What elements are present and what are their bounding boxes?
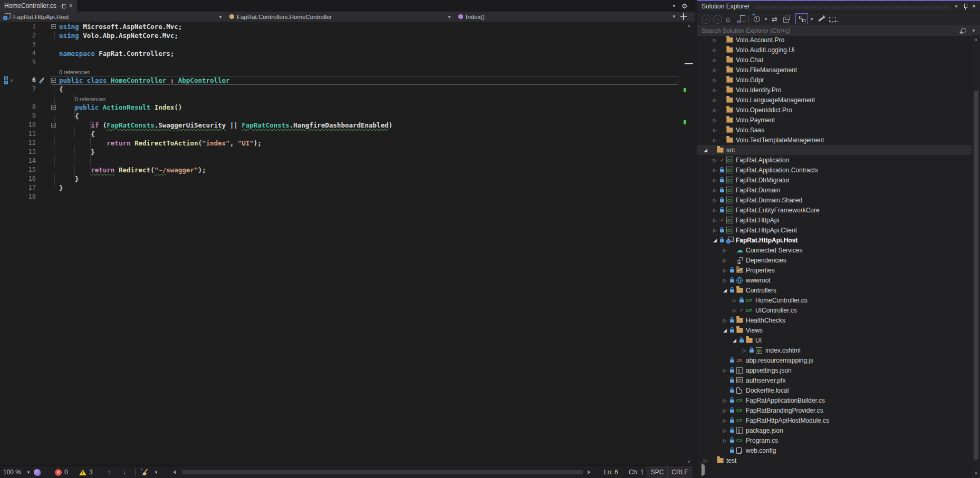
tree-item-properties[interactable]: ▷Properties	[697, 265, 972, 275]
chevron-down-icon[interactable]: ▼	[972, 28, 976, 33]
warning-indicator[interactable]: 3	[79, 466, 93, 478]
chevron-collapsed-icon[interactable]: ▷	[713, 208, 720, 213]
code-line-6[interactable]: 6IO↑−public class HomeController : AbpCo…	[0, 76, 683, 85]
code-line-3[interactable]: 3	[0, 40, 683, 49]
panel-vertical-scrollbar[interactable]: ▲ ▼	[972, 35, 980, 478]
collapse-region-icon[interactable]: −	[51, 123, 56, 128]
code-line-8[interactable]: 8− public ActionResult Index()	[0, 103, 683, 112]
chevron-expanded-icon[interactable]: ◢	[704, 148, 710, 153]
tree-item-connected-services[interactable]: ▷☁Connected Services	[697, 245, 972, 255]
drag-grip[interactable]	[754, 5, 950, 9]
inheritance-margin-icon[interactable]: IO↑	[4, 76, 20, 84]
collapse-region-icon[interactable]: −	[51, 105, 56, 110]
chevron-expanded-icon[interactable]: ◢	[733, 338, 739, 343]
chevron-collapsed-icon[interactable]: ▷	[723, 318, 730, 323]
gear-icon[interactable]: ⚙	[681, 3, 688, 9]
tree-item-faprat-entityframeworkcore[interactable]: ▷FapRat.EntityFrameworkCore	[697, 205, 972, 215]
hscroll-right-icon[interactable]	[588, 466, 591, 478]
code-line-17[interactable]: 17}	[0, 183, 683, 192]
pin-icon[interactable]	[963, 3, 968, 9]
chevron-collapsed-icon[interactable]: ▷	[713, 57, 720, 63]
scroll-up-icon[interactable]: ▲	[972, 37, 980, 42]
scroll-down-icon[interactable]: ▼	[683, 460, 695, 464]
home-button[interactable]: ⌂	[726, 14, 730, 24]
tree-item-volo-chat[interactable]: ▷Volo.Chat	[697, 55, 972, 65]
tree-item-volo-openiddict-pro[interactable]: ▷Volo.OpenIddict.Pro	[697, 105, 972, 115]
tree-item-volo-auditlogging-ui[interactable]: ▷Volo.AuditLogging.Ui	[697, 45, 972, 55]
tab-homecontroller[interactable]: HomeController.cs ×	[0, 0, 77, 12]
tree-item-authserver-pfx[interactable]: authserver.pfx	[697, 375, 972, 385]
chevron-down-icon[interactable]: ▼	[26, 466, 31, 478]
tree-item-abp-resourcemapping-js[interactable]: JSabp.resourcemapping.js	[697, 355, 972, 365]
chevron-expanded-icon[interactable]: ◢	[723, 288, 730, 293]
tree-item-volo-languagemanagement[interactable]: ▷Volo.LanguageManagement	[697, 95, 972, 105]
code-line-2[interactable]: 2using Volo.Abp.AspNetCore.Mvc;	[0, 31, 683, 40]
code-line-15[interactable]: 15 return Redirect("~/swagger");	[0, 165, 683, 174]
chevron-collapsed-icon[interactable]: ▷	[723, 368, 730, 373]
chevron-collapsed-icon[interactable]: ▷	[713, 218, 720, 223]
collapse-region-icon[interactable]: −	[51, 78, 56, 83]
chevron-collapsed-icon[interactable]: ▷	[713, 87, 720, 93]
editor-vertical-scrollbar[interactable]: ▲ ▼	[683, 22, 695, 465]
tree-item-wwwroot[interactable]: ▷wwwroot	[697, 275, 972, 285]
code-line-10[interactable]: 10− if (FapRatConsts.SwaggerUiSecurity |…	[0, 121, 683, 130]
chevron-collapsed-icon[interactable]: ▷	[713, 97, 720, 103]
close-icon[interactable]: ×	[972, 4, 976, 9]
chevron-down-icon[interactable]: ▼	[810, 14, 814, 24]
chevron-collapsed-icon[interactable]: ▷	[723, 398, 730, 403]
code-line-4[interactable]: 4namespace FapRat.Controllers;	[0, 49, 683, 58]
scroll-up-icon[interactable]: ▲	[683, 23, 695, 28]
code-line-7[interactable]: 7{	[0, 85, 683, 94]
breadcrumb-member[interactable]: Index()	[455, 12, 672, 22]
chevron-expanded-icon[interactable]: ◢	[713, 238, 720, 243]
chevron-collapsed-icon[interactable]: ▷	[713, 108, 720, 113]
tree-item-web-config[interactable]: web.config	[697, 445, 972, 455]
switch-views-button[interactable]	[737, 14, 745, 24]
hscroll-left-icon[interactable]	[173, 466, 176, 478]
code-line-13[interactable]: 13 }	[0, 148, 683, 157]
tree-item-dockerfile-local[interactable]: Dockerfile.local	[697, 385, 972, 395]
chevron-collapsed-icon[interactable]: ▷	[733, 308, 739, 313]
tree-item-volo-account-pro[interactable]: ▷Volo.Account.Pro	[697, 35, 972, 45]
tree-item-faprat-domain[interactable]: ▷FapRat.Domain	[697, 185, 972, 195]
code-line-5[interactable]: 5	[0, 58, 683, 67]
properties-button[interactable]	[818, 14, 825, 24]
chevron-down-icon[interactable]: ▼	[218, 15, 223, 19]
tree-item-volo-payment[interactable]: ▷Volo.Payment	[697, 115, 972, 125]
zoom-control[interactable]: 100 %	[3, 466, 21, 478]
chevron-collapsed-icon[interactable]: ▷	[713, 37, 720, 43]
code-line-16[interactable]: 16 }	[0, 174, 683, 183]
chevron-collapsed-icon[interactable]: ▷	[723, 278, 730, 283]
tree-item-faprat-httpapi[interactable]: ▷✓FapRat.HttpApi	[697, 215, 972, 225]
tree-item-ui[interactable]: ◢UI	[697, 335, 972, 345]
scroll-down-icon[interactable]: ▼	[972, 471, 980, 476]
tree-item-package-json[interactable]: ▷package.json	[697, 425, 972, 435]
code-editor[interactable]: 1−using Microsoft.AspNetCore.Mvc;2using …	[0, 22, 683, 465]
chevron-collapsed-icon[interactable]: ▷	[723, 268, 730, 273]
tree-item-volo-filemanagement[interactable]: ▷Volo.FileManagement	[697, 65, 972, 75]
tree-item-volo-texttemplatemanagement[interactable]: ▷Volo.TextTemplateManagement	[697, 135, 972, 145]
code-cleanup-broom-icon[interactable]: ✦	[141, 466, 149, 478]
tree-item-faprathttpapihostmodule-cs[interactable]: ▷C#FapRatHttpApiHostModule.cs	[697, 415, 972, 425]
tree-item-faprat-dbmigrator[interactable]: ▷FapRat.DbMigrator	[697, 175, 972, 185]
code-line-14[interactable]: 14	[0, 157, 683, 165]
tree-item-volo-identity-pro[interactable]: ▷Volo.Identity.Pro	[697, 85, 972, 95]
scroll-thumb[interactable]	[974, 91, 978, 460]
chevron-down-icon[interactable]: ▼	[447, 15, 451, 19]
tree-item-healthchecks[interactable]: ▷HealthChecks	[697, 315, 972, 325]
chevron-collapsed-icon[interactable]: ▷	[723, 428, 730, 433]
tree-item-index-cshtml[interactable]: ▷index.cshtml	[697, 345, 972, 355]
tree-item-faprat-application[interactable]: ▷✓FapRat.Application	[697, 155, 972, 165]
tree-item-faprat-application-contracts[interactable]: ▷FapRat.Application.Contracts	[697, 165, 972, 175]
tree-item-views[interactable]: ◢Views	[697, 325, 972, 335]
tree-item-fapratbrandingprovider-cs[interactable]: ▷C#FapRatBrandingProvider.cs	[697, 405, 972, 415]
chevron-collapsed-icon[interactable]: ▷	[723, 258, 730, 263]
chevron-collapsed-icon[interactable]: ▷	[713, 128, 720, 133]
chevron-collapsed-icon[interactable]: ▷	[723, 418, 730, 423]
close-icon[interactable]: ×	[69, 3, 73, 8]
tree-item-fapratapplicationbuilder-cs[interactable]: ▷C#FapRatApplicationBuilder.cs	[697, 395, 972, 405]
code-line-9[interactable]: 9 {	[0, 112, 683, 121]
back-button[interactable]: ←	[702, 14, 710, 24]
sync-with-active-document-button[interactable]: ⇄	[772, 14, 777, 24]
chevron-collapsed-icon[interactable]: ▷	[704, 458, 710, 463]
